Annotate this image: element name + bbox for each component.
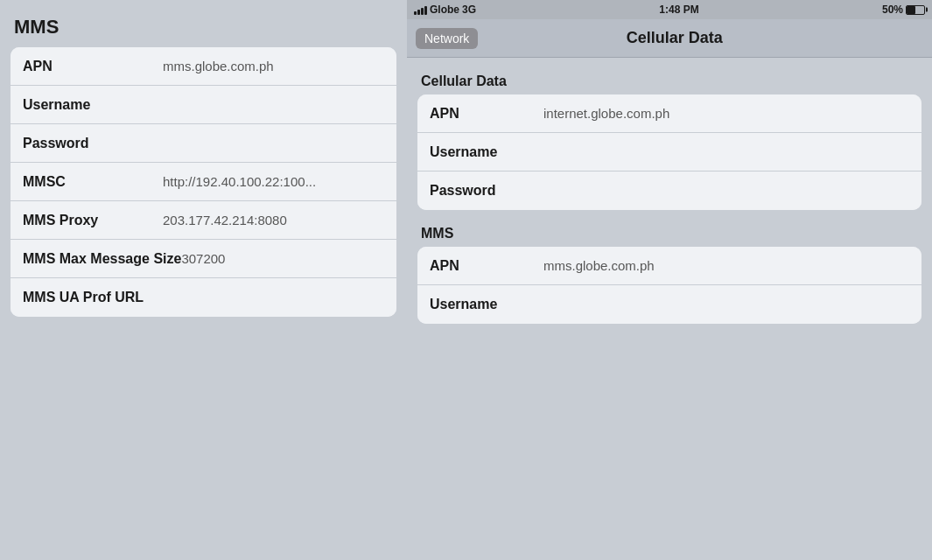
status-time: 1:48 PM: [659, 4, 698, 16]
section-header-0: Cellular Data: [417, 66, 921, 94]
right-row: Password: [417, 172, 921, 210]
left-row-label: MMSC: [23, 174, 163, 190]
right-row-label: Username: [430, 144, 543, 160]
right-panel: Globe 3G 1:48 PM 50% Network Cellular Da…: [407, 0, 932, 560]
left-row: Password: [11, 124, 396, 163]
left-row-label: MMS Max Message Size: [23, 251, 181, 267]
carrier-name: Globe: [430, 4, 459, 16]
left-panel: MMS APNmms.globe.com.phUsernamePasswordM…: [0, 0, 407, 560]
right-row-label: Username: [430, 297, 543, 312]
left-row-value: 307200: [181, 251, 384, 266]
left-row-value: http://192.40.100.22:100...: [163, 174, 384, 189]
left-row: Username: [11, 86, 396, 124]
left-row-label: Password: [23, 136, 163, 151]
status-right: 50%: [882, 4, 925, 16]
right-row: APNinternet.globe.com.ph: [417, 94, 921, 133]
signal-bar-4: [424, 6, 427, 15]
left-row-label: MMS Proxy: [23, 213, 163, 228]
right-row: Username: [417, 285, 921, 324]
left-row: MMS Proxy203.177.42.214:8080: [11, 201, 396, 240]
signal-bars: [414, 4, 427, 15]
right-row: Username: [417, 133, 921, 172]
right-content: Cellular DataAPNinternet.globe.com.phUse…: [407, 58, 932, 560]
right-row: APNmms.globe.com.ph: [417, 247, 921, 285]
right-row-value: internet.globe.com.ph: [543, 106, 909, 121]
battery-fill: [907, 6, 915, 14]
section-header-1: MMS: [417, 219, 921, 247]
right-card-0: APNinternet.globe.com.phUsernamePassword: [417, 94, 921, 210]
left-row: MMS UA Prof URL: [11, 278, 396, 317]
left-row-label: MMS UA Prof URL: [23, 290, 163, 305]
left-title: MMS: [11, 9, 396, 47]
right-row-label: APN: [430, 106, 543, 122]
battery-icon: [906, 5, 925, 15]
status-left: Globe 3G: [414, 4, 476, 16]
left-row-value: 203.177.42.214:8080: [163, 213, 384, 228]
nav-bar: Network Cellular Data: [407, 19, 932, 58]
right-row-label: APN: [430, 258, 543, 274]
right-row-value: mms.globe.com.ph: [543, 258, 909, 273]
left-row-value: mms.globe.com.ph: [163, 59, 384, 74]
nav-title: Cellular Data: [478, 29, 871, 47]
left-row-label: Username: [23, 97, 163, 113]
right-card-1: APNmms.globe.com.phUsername: [417, 247, 921, 324]
battery-percent: 50%: [882, 4, 903, 16]
status-bar: Globe 3G 1:48 PM 50%: [407, 0, 932, 19]
right-row-label: Password: [430, 183, 543, 199]
left-card: APNmms.globe.com.phUsernamePasswordMMSCh…: [11, 47, 396, 317]
signal-bar-1: [414, 11, 417, 15]
left-row: APNmms.globe.com.ph: [11, 47, 396, 86]
left-row-label: APN: [23, 59, 163, 74]
left-row: MMS Max Message Size307200: [11, 240, 396, 278]
signal-bar-2: [417, 10, 420, 15]
signal-bar-3: [421, 8, 424, 15]
network-type: 3G: [462, 4, 476, 16]
left-row: MMSChttp://192.40.100.22:100...: [11, 163, 396, 201]
back-button[interactable]: Network: [416, 28, 478, 49]
